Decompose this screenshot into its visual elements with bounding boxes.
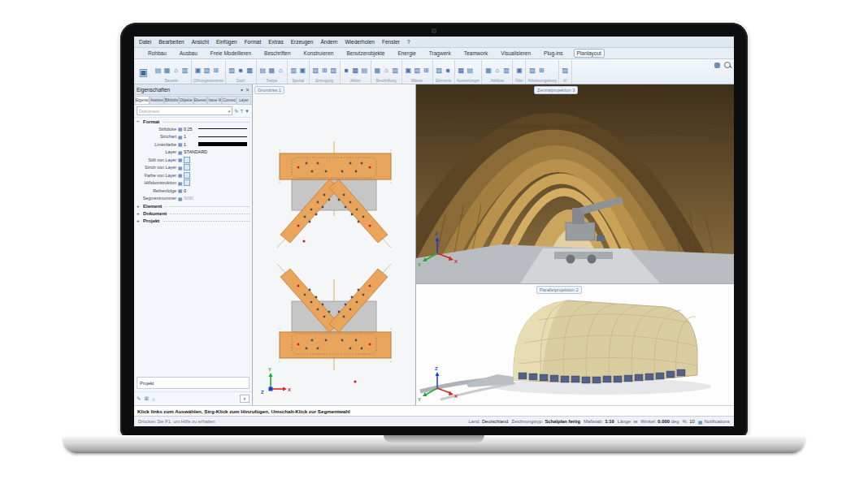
panel-tab-5[interactable]: Issue Ma... [207,96,222,104]
menu-item-4[interactable]: Format [245,39,262,45]
tool-icon[interactable]: ▨ [329,65,337,76]
tool-icon[interactable]: ⌂ [382,65,390,76]
pen-icon[interactable]: ✎ [137,395,141,402]
tool-icon[interactable]: ▤ [466,65,474,76]
tool-icon[interactable]: ▨ [561,65,569,76]
tool-icon[interactable]: ▩ [245,65,254,76]
property-checkbox[interactable] [184,164,190,171]
panel-tab-3[interactable]: Objekte [179,96,193,104]
edit-icon[interactable]: ✎ [234,108,238,114]
tool-icon[interactable]: ▣ [404,65,412,76]
tool-icon[interactable]: ⌂ [276,65,284,76]
viewport-perspective[interactable]: Zentralprojektion 3 [416,84,734,284]
ribbon-tab-1[interactable]: Ausbau [177,50,200,57]
tool-icon[interactable]: ▧ [203,65,211,76]
ribbon-tab-9[interactable]: Visualisieren [498,50,533,57]
panel-tab-0[interactable]: Eigensch... [135,96,150,104]
tool-icon[interactable]: ▥ [181,65,189,76]
property-checkbox[interactable] [184,172,190,179]
status-length-unit[interactable]: Länge:m [618,419,638,424]
tool-icon[interactable]: ▧ [311,65,319,76]
tool-icon[interactable]: ▣ [298,65,306,76]
tool-icon[interactable]: ⊞ [537,65,545,76]
home-icon[interactable]: ⌂ [152,396,155,402]
tool-icon[interactable]: ▤ [258,65,267,76]
menu-item-6[interactable]: Erzeugen [291,39,314,45]
menu-item-0[interactable]: Datei [139,39,151,45]
tool-icon[interactable]: ⊞ [320,65,328,76]
tool-icon[interactable]: ▦ [267,65,276,76]
viewport-plan-label[interactable]: Grundriss 1 [254,86,284,94]
tool-icon[interactable]: ▨ [435,65,443,76]
ribbon-tab-3[interactable]: Beschriften [262,50,293,57]
tool-icon[interactable]: ▩ [351,65,359,76]
tool-icon[interactable]: ⌂ [493,65,501,76]
search-icon[interactable] [724,62,731,68]
text-style-icon[interactable]: T [240,109,243,114]
property-value[interactable]: 1 [184,134,197,139]
ribbon-tab-0[interactable]: Rohbau [145,50,169,57]
property-value[interactable]: 0 [184,188,197,193]
scope-select[interactable]: Dokument ▾ [137,106,232,115]
tool-icon[interactable]: ⊞ [212,65,220,76]
tool-icon[interactable]: ▤ [154,65,163,76]
tool-icon[interactable]: ⊞ [422,65,430,76]
tool-icon[interactable]: ▧ [413,65,421,76]
tool-icon[interactable]: ▣ [515,65,523,76]
viewport-perspective-label[interactable]: Zentralprojektion 3 [534,86,578,94]
filter-icon[interactable]: ▼ [245,109,250,114]
tool-icon[interactable]: ▣ [194,65,202,76]
panel-tab-7[interactable]: Layer [237,96,251,104]
menu-item-3[interactable]: Einfügen [216,39,237,45]
ribbon-tab-5[interactable]: Benutzerobjekte [344,50,387,57]
tool-icon[interactable]: ▦ [484,65,493,76]
tool-icon[interactable]: ▥ [391,65,399,76]
tool-icon[interactable]: ▥ [502,65,510,76]
property-value[interactable]: STANDARD [184,149,207,154]
section-projekt[interactable]: +Projekt [134,217,252,224]
ribbon-tab-4[interactable]: Konstruieren [302,50,336,57]
menu-item-9[interactable]: Fenster [382,39,400,45]
tool-icon[interactable]: ▧ [528,65,536,76]
ribbon-tab-8[interactable]: Teamwork [462,50,491,57]
panel-tab-1[interactable]: Assisten... [150,96,164,104]
viewport-isometric[interactable]: Parallelprojektion 2 [416,284,734,405]
ribbon-tab-11[interactable]: Planlayout [574,49,605,58]
menu-item-2[interactable]: Ansicht [192,39,209,45]
tool-icon[interactable]: ▩ [457,65,465,76]
property-value[interactable]: 0,25 [184,127,197,132]
status-scale[interactable]: Maßstab:1:10 [584,419,614,424]
menu-item-1[interactable]: Bearbeiten [158,39,184,45]
tool-icon[interactable]: ▦ [163,65,171,76]
panel-tab-2[interactable]: Bibliothek [164,96,179,104]
format-section-header[interactable]: − Format [134,118,252,125]
tool-icon[interactable]: ⌂ [172,65,180,76]
tool-icon[interactable]: ▤ [360,65,368,76]
tool-icon[interactable]: ■ [342,65,350,76]
ribbon-tab-7[interactable]: Tragwerk [427,50,454,57]
menu-item-10[interactable]: ? [407,39,410,45]
close-icon[interactable]: ✕ [245,87,250,93]
tool-icon[interactable]: ■ [237,65,245,76]
status-percent[interactable]: %:10 [683,419,695,424]
status-notifications[interactable]: ▦ Notifications [698,419,730,425]
footer-combo[interactable]: ▾ [240,395,250,403]
viewport-isometric-label[interactable]: Parallelprojektion 2 [536,286,582,294]
property-value[interactable]: 5090 [184,196,197,201]
property-value[interactable]: 1 [184,142,197,147]
property-checkbox[interactable] [184,179,190,186]
status-drawing-type[interactable]: Zeichnungstyp:Schalplan fertig [511,419,580,424]
sync-icon[interactable] [714,63,720,68]
menu-item-8[interactable]: Wiederholen [345,39,375,45]
paste-tool-icon[interactable]: ▣ [137,60,150,84]
pin-icon[interactable]: ▾ [241,87,243,93]
status-angle[interactable]: Winkel:0.000 deg [640,419,679,424]
property-checkbox[interactable] [184,157,190,163]
menu-item-7[interactable]: Ändern [320,39,337,45]
project-box[interactable]: Projekt [137,377,250,389]
ribbon-tab-6[interactable]: Energie [395,50,418,57]
tool-icon[interactable]: ▦ [373,65,381,76]
panel-tab-4[interactable]: Ebenen [193,96,208,104]
tool-icon[interactable]: ▥ [289,65,297,76]
panel-tab-6[interactable]: Connect [222,96,237,104]
